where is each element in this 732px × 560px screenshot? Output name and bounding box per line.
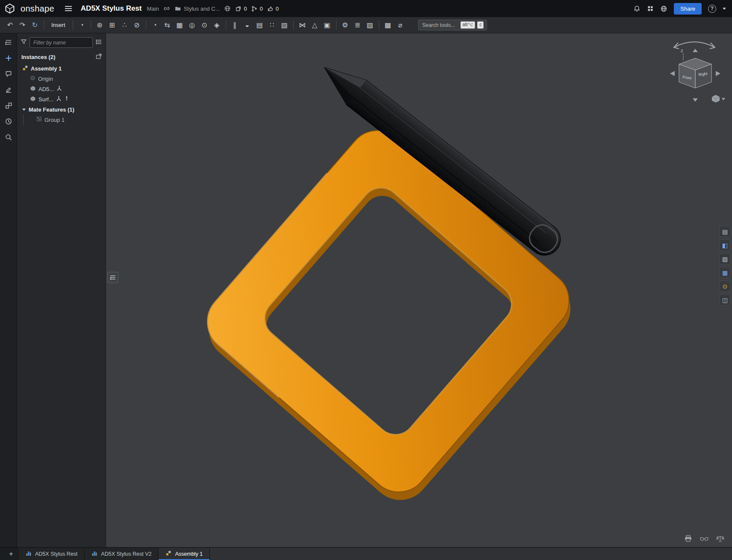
parts-icon[interactable] [5, 102, 12, 109]
display-states-icon[interactable]: ▨ [364, 19, 376, 31]
bom-icon[interactable]: ▩ [382, 19, 394, 31]
filter-by-name-input[interactable] [30, 37, 93, 48]
tab-part-studio-1[interactable]: AD5X Stylus Rest [19, 548, 85, 560]
search-tools-box[interactable]: alt/⌥ c [418, 20, 487, 30]
panel-lock-icon[interactable]: ⊙ [719, 280, 731, 292]
view-cube[interactable]: Z Front Right [662, 36, 727, 109]
history-icon[interactable] [5, 118, 12, 125]
instances-header: Instances (2) [17, 51, 106, 63]
mate-connector-icon[interactable] [56, 96, 62, 103]
toolbar-separator [293, 21, 294, 30]
insert-button[interactable]: Insert [47, 20, 70, 30]
update-icon[interactable]: ↻ [29, 19, 41, 31]
folder-name[interactable]: Stylus and C... [184, 6, 220, 12]
mate-connector-icon[interactable]: ∴ [119, 19, 130, 31]
folder-icon[interactable] [174, 5, 181, 12]
toolbar-separator [146, 21, 146, 30]
cylindrical-icon[interactable]: ◎ [186, 19, 198, 31]
search-icon[interactable] [5, 133, 12, 141]
tree-item-mate-features[interactable]: Mate Features (1) [17, 104, 106, 115]
app-store-icon[interactable] [647, 5, 654, 12]
view-only-icon[interactable] [700, 536, 708, 543]
mate-connector-icon[interactable] [56, 85, 62, 92]
circular-pattern-icon[interactable]: ∷ [266, 19, 278, 31]
explode-icon[interactable]: △ [309, 19, 321, 31]
panel-display-icon[interactable]: ▦ [719, 267, 731, 278]
edit-icon[interactable] [5, 86, 12, 94]
snapshot-icon[interactable]: ▣ [322, 19, 333, 31]
menu-icon[interactable] [62, 4, 75, 13]
tree-item-part-ad5[interactable]: AD5... [17, 84, 106, 94]
panel-measure-icon[interactable]: ◫ [719, 294, 731, 306]
tree-item-part-surf[interactable]: Surf... [17, 94, 106, 104]
slider-icon[interactable]: ⇆ [162, 19, 173, 31]
insert-plus-icon[interactable] [5, 54, 12, 62]
tree-item-label: Assembly 1 [31, 65, 62, 72]
undo-icon[interactable]: ↶ [4, 19, 16, 31]
mate-icon[interactable]: ⊛ [94, 19, 106, 31]
redo-icon[interactable]: ↷ [17, 19, 28, 31]
copy-counter[interactable]: 0 [235, 6, 247, 12]
parallel-icon[interactable]: ∥ [229, 19, 241, 31]
ball-icon[interactable]: ⊙ [199, 19, 210, 31]
tab-label: AD5X Stylus Rest V2 [101, 551, 151, 557]
top-header: onshape AD5X Stylus Rest Main Stylus and… [0, 0, 732, 17]
filter-funnel-icon[interactable] [21, 38, 27, 47]
tree-item-label: Group 1 [44, 117, 65, 123]
viewport-3d[interactable]: Z Front Right ▤ ◧ [106, 33, 732, 547]
mirror-icon[interactable]: ▧ [279, 19, 290, 31]
pin-slot-icon[interactable]: ◈ [211, 19, 223, 31]
instances-tree: Assembly 1 Origin [17, 63, 106, 125]
pin-icon[interactable] [64, 96, 69, 103]
onshape-app: onshape AD5X Stylus Rest Main Stylus and… [0, 0, 732, 560]
toolbar-separator [73, 21, 73, 30]
assembly-3d-model[interactable] [106, 33, 732, 547]
tree-item-origin[interactable]: Origin [17, 74, 106, 84]
add-tab-button[interactable]: + [3, 548, 19, 560]
onshape-wordmark[interactable]: onshape [21, 4, 54, 14]
world-icon[interactable] [660, 5, 667, 12]
gear-icon[interactable]: ⚙ [339, 19, 351, 31]
toolbar-separator [44, 21, 44, 30]
workspace-name[interactable]: Main [147, 6, 159, 12]
print-icon[interactable] [684, 535, 692, 544]
group-icon[interactable]: ⊞ [106, 19, 118, 31]
units-scale-icon[interactable] [716, 535, 724, 544]
instances-label: Instances (2) [21, 54, 55, 60]
public-globe-icon[interactable] [224, 5, 231, 12]
link-icon[interactable] [163, 5, 170, 12]
tab-bar-scroll-area[interactable] [210, 548, 732, 560]
fasten-icon[interactable]: ⊘ [131, 19, 143, 31]
versions-counter[interactable]: 0 [251, 6, 263, 12]
model-tree-toggle[interactable] [107, 272, 118, 283]
assembly-icon [22, 65, 28, 72]
onshape-logo-icon[interactable] [4, 3, 15, 14]
help-icon[interactable]: ? [708, 5, 716, 13]
notifications-bell-icon[interactable] [633, 5, 640, 12]
tangent-icon[interactable]: ◒ [242, 19, 253, 31]
rotate-icon[interactable]: ◔ [76, 19, 88, 31]
search-tools-input[interactable] [422, 22, 458, 29]
panel-parts-icon[interactable]: ◧ [719, 239, 731, 251]
panel-sheet-icon[interactable]: ▤ [719, 226, 731, 237]
tab-assembly-1[interactable]: Assembly 1 [159, 548, 210, 560]
caret-down-icon[interactable] [22, 109, 26, 111]
outline-icon[interactable] [5, 38, 12, 46]
chevron-down-icon[interactable] [723, 8, 726, 10]
replicate-icon[interactable]: ⋈ [297, 19, 308, 31]
named-positions-icon[interactable]: ≣ [352, 19, 363, 31]
insert-instance-icon[interactable] [95, 53, 102, 61]
tree-item-assembly[interactable]: Assembly 1 [17, 63, 106, 74]
tree-item-group1[interactable]: Group 1 [24, 115, 106, 125]
panel-appearance-icon[interactable]: ▨ [719, 253, 731, 265]
planar-icon[interactable]: ▦ [174, 19, 186, 31]
likes-counter[interactable]: 0 [267, 6, 279, 12]
document-title[interactable]: AD5X Stylus Rest [81, 4, 142, 13]
linear-pattern-icon[interactable]: ▤ [254, 19, 266, 31]
list-view-icon[interactable] [95, 38, 102, 47]
tab-part-studio-2[interactable]: AD5X Stylus Rest V2 [85, 548, 159, 560]
share-button[interactable]: Share [674, 3, 702, 15]
revolute-icon[interactable]: ◔ [149, 19, 161, 31]
measure-icon[interactable]: ⌀ [395, 19, 406, 31]
comment-icon[interactable] [5, 70, 12, 78]
